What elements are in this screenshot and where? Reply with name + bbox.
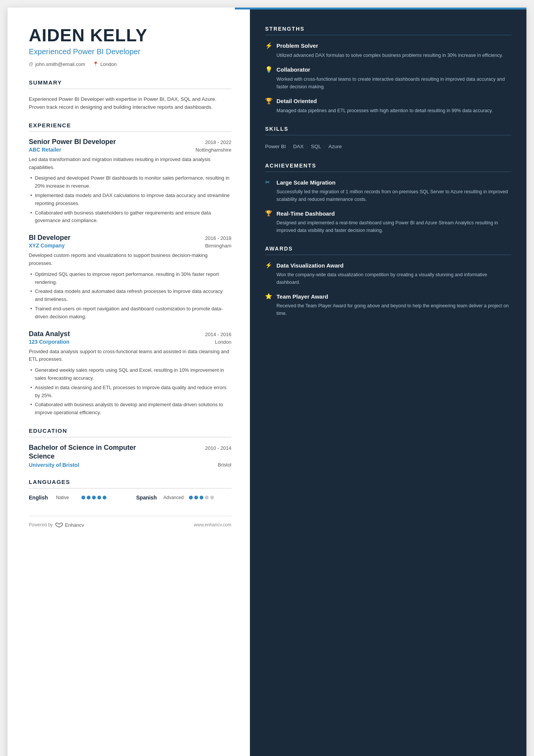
resume-container: AIDEN KELLY Experienced Power BI Develop… xyxy=(8,8,526,756)
contact-row: @ john.smith@email.com 📍 London xyxy=(29,61,231,67)
job-3-location: London xyxy=(215,339,231,345)
strength-2: 💡 Collaborator Worked with cross-functio… xyxy=(265,66,511,91)
strength-2-desc: Worked with cross-functional teams to cr… xyxy=(265,75,511,91)
award-2-header: ⭐ Team Player Award xyxy=(265,293,511,300)
skills-title: SKILLS xyxy=(265,126,511,135)
job-3-dates: 2014 - 2016 xyxy=(205,332,231,337)
heart-infinity-icon xyxy=(55,522,63,527)
footer-powered-by: Powered by Enhancv xyxy=(29,522,84,528)
job-1-header: Senior Power BI Developer 2018 - 2022 xyxy=(29,138,231,146)
dot-e2 xyxy=(87,496,91,499)
strength-1-header: ⚡ Problem Solver xyxy=(265,42,511,49)
award-2-desc: Received the Team Player Award for going… xyxy=(265,302,511,317)
strengths-title: STRENGTHS xyxy=(265,26,511,35)
job-2-location: Birmingham xyxy=(205,243,231,249)
achievement-1: ✂ Large Scale Migration Successfully led… xyxy=(265,179,511,203)
job-2-bullet-1: Optimized SQL queries to improve report … xyxy=(29,271,231,286)
job-2-title: BI Developer xyxy=(29,234,70,242)
job-2-bullet-3: Trained end-users on report navigation a… xyxy=(29,305,231,321)
dot-s5 xyxy=(210,496,214,499)
enhancv-logo: Enhancv xyxy=(55,522,84,528)
strength-1-title: Problem Solver xyxy=(276,42,318,49)
awards-section: AWARDS ⚡ Data Visualization Award Won th… xyxy=(265,246,511,317)
edu-degree: Bachelor of Science in Computer Science xyxy=(29,443,158,461)
summary-section: SUMMARY Experienced Power BI Developer w… xyxy=(29,79,231,111)
edu-location: Bristol xyxy=(218,462,231,468)
achievement-1-desc: Successfully led the migration of 1 mill… xyxy=(265,188,511,203)
dot-s2 xyxy=(194,496,198,499)
trophy-icon: 🏆 xyxy=(265,97,273,105)
skill-dax: DAX xyxy=(293,144,304,149)
dot-e1 xyxy=(81,496,85,499)
job-1-company: ABC Retailer xyxy=(29,147,61,153)
lang-spanish: Spanish Advanced xyxy=(136,495,232,501)
right-column: STRENGTHS ⚡ Problem Solver Utilized adva… xyxy=(250,8,526,756)
languages-title: LANGUAGES xyxy=(29,479,231,488)
star-icon: ⭐ xyxy=(265,293,273,300)
languages-section: LANGUAGES English Native Spanis xyxy=(29,479,231,501)
award-1-desc: Won the company-wide data visualization … xyxy=(265,271,511,286)
job-1-dates: 2018 - 2022 xyxy=(205,139,231,145)
award-1-title: Data Visualization Award xyxy=(276,262,344,269)
left-column: AIDEN KELLY Experienced Power BI Develop… xyxy=(8,8,250,756)
strength-2-header: 💡 Collaborator xyxy=(265,66,511,73)
lang-english: English Native xyxy=(29,495,124,501)
job-1-bullet-2: Implemented data models and DAX calculat… xyxy=(29,192,231,208)
summary-text: Experienced Power BI Developer with expe… xyxy=(29,95,231,111)
lang-english-level: Native xyxy=(56,495,77,500)
job-1-desc: Led data transformation and migration in… xyxy=(29,156,231,172)
summary-title: SUMMARY xyxy=(29,79,231,89)
lightning-icon: ⚡ xyxy=(265,42,273,49)
job-3-company: 123 Corporation xyxy=(29,339,69,345)
job-3-bullet-2: Assisted in data cleansing and ETL proce… xyxy=(29,384,231,400)
achievement-2-header: 🏆 Real-Time Dashboard xyxy=(265,210,511,217)
job-2-desc: Developed custom reports and visualizati… xyxy=(29,252,231,268)
achievements-title: ACHIEVEMENTS xyxy=(265,163,511,172)
email-icon: @ xyxy=(29,61,33,67)
strength-1: ⚡ Problem Solver Utilized advanced DAX f… xyxy=(265,42,511,59)
job-1: Senior Power BI Developer 2018 - 2022 AB… xyxy=(29,138,231,225)
award-2: ⭐ Team Player Award Received the Team Pl… xyxy=(265,293,511,317)
lang-english-name: English xyxy=(29,495,52,501)
awards-title: AWARDS xyxy=(265,246,511,255)
lang-spanish-name: Spanish xyxy=(136,495,159,501)
dot-s1 xyxy=(189,496,193,499)
candidate-title: Experienced Power BI Developer xyxy=(29,47,231,56)
email-value: john.smith@email.com xyxy=(35,61,85,67)
location-value: London xyxy=(100,61,117,67)
dot-e3 xyxy=(92,496,96,499)
job-2: BI Developer 2016 - 2018 XYZ Company Bir… xyxy=(29,234,231,321)
strength-3-header: 🏆 Detail Oriented xyxy=(265,97,511,105)
job-1-bullet-3: Collaborated with business stakeholders … xyxy=(29,209,231,225)
candidate-name: AIDEN KELLY xyxy=(29,26,231,45)
experience-title: EXPERIENCE xyxy=(29,122,231,132)
achievement-2: 🏆 Real-Time Dashboard Designed and imple… xyxy=(265,210,511,234)
dot-e5 xyxy=(103,496,106,499)
dot-s4 xyxy=(205,496,209,499)
job-1-location: Nottinghamshire xyxy=(195,147,231,153)
lang-english-dots xyxy=(81,496,106,499)
footer-powered-label: Powered by xyxy=(29,522,53,527)
job-1-title: Senior Power BI Developer xyxy=(29,138,116,146)
scissors-icon: ✂ xyxy=(265,179,273,186)
education-title: EDUCATION xyxy=(29,427,231,437)
skill-sep-1: · xyxy=(287,144,292,149)
skill-powerbi: Power BI xyxy=(265,144,286,149)
strength-1-desc: Utilized advanced DAX formulas to solve … xyxy=(265,52,511,59)
achievement-2-desc: Designed and implemented a real-time das… xyxy=(265,219,511,234)
skill-sep-3: · xyxy=(323,144,327,149)
achievement-2-title: Real-Time Dashboard xyxy=(276,210,335,217)
strength-3-desc: Managed data pipelines and ETL processes… xyxy=(265,107,511,114)
job-2-company: XYZ Company xyxy=(29,243,65,249)
job-3-bullet-1: Generated weekly sales reports using SQL… xyxy=(29,366,231,382)
job-2-bullet-2: Created data models and automated data r… xyxy=(29,288,231,304)
trophy2-icon: 🏆 xyxy=(265,210,273,217)
edu-school: University of Bristol xyxy=(29,462,79,468)
job-3-header: Data Analyst 2014 - 2016 xyxy=(29,330,231,338)
languages-row: English Native Spanish Advanced xyxy=(29,495,231,501)
lightning2-icon: ⚡ xyxy=(265,262,273,269)
edu-header: Bachelor of Science in Computer Science … xyxy=(29,443,231,461)
job-2-dates: 2016 - 2018 xyxy=(205,235,231,241)
resume-footer: Powered by Enhancv www.enhancv.com xyxy=(29,516,231,528)
top-accent-bar xyxy=(235,8,526,9)
